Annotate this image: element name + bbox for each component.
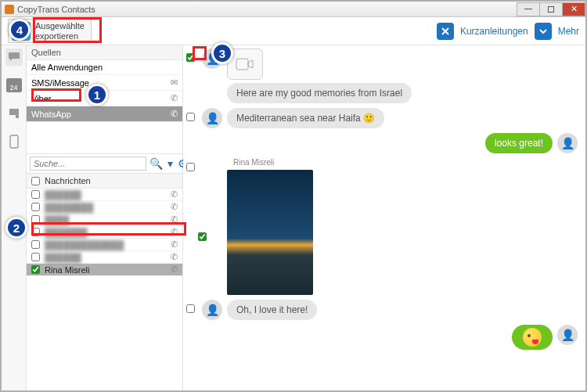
source-row-sms[interactable]: SMS/iMessage ✉ — [27, 75, 182, 91]
phone-icon: ✆ — [171, 252, 178, 262]
list-item-selected[interactable]: Rina Misreli ✆ — [27, 264, 182, 276]
avatar-self: 👤 — [557, 133, 578, 153]
window-title: CopyTrans Contacts — [17, 5, 95, 14]
more-link[interactable]: Mehr — [558, 26, 579, 37]
chat-bubble-icon: ✉ — [171, 77, 178, 88]
toolbar: Ausgewählte exportieren Kurzanleitungen … — [2, 17, 585, 45]
app-icon — [5, 5, 14, 14]
chat-bubble: Mediterranean sea near Haifa 🙂 — [227, 108, 384, 128]
msg-checkbox[interactable] — [186, 163, 195, 171]
search-row: 🔍 ▾ ⚙ — [27, 154, 182, 174]
export-label-1: Ausgewählte — [35, 21, 85, 31]
list-item[interactable]: ███████ ✆ — [27, 226, 182, 239]
nav-device-icon[interactable] — [5, 133, 23, 150]
chat-message-outgoing: looks great! 👤 — [186, 133, 578, 153]
search-icon[interactable]: 🔍 — [148, 157, 164, 170]
chat-message-incoming: 👤 Mediterranean sea near Haifa 🙂 — [186, 108, 578, 128]
side-column: Quellen Alle Anwendungen SMS/iMessage ✉ … — [27, 45, 183, 390]
list-item[interactable]: █████████████ ✆ — [27, 239, 182, 251]
chat-message-photo: Rina Misreli — [186, 158, 578, 295]
avatar: 👤 — [202, 300, 222, 320]
phone-icon: ✆ — [171, 227, 178, 237]
source-row-viber[interactable]: Viber ✆ — [27, 91, 182, 106]
conv-selected-checkbox[interactable] — [198, 232, 207, 241]
nav-calendar-icon[interactable]: 24 — [5, 77, 23, 94]
sender-name: Rina Misreli — [227, 158, 313, 167]
sources-panel: Quellen Alle Anwendungen SMS/iMessage ✉ … — [27, 45, 182, 154]
nav-messages-icon[interactable] — [5, 49, 23, 66]
window-controls: ✕ — [517, 2, 585, 16]
window-titlebar: CopyTrans Contacts ✕ — [2, 2, 585, 17]
list-item[interactable]: ████████ ✆ — [27, 201, 182, 214]
chat-bubble: Oh, I love it here! — [227, 300, 317, 320]
source-row-all[interactable]: Alle Anwendungen — [27, 60, 182, 75]
msg-checkbox[interactable] — [186, 113, 195, 121]
main-area: 24 Quellen Alle Anwendungen SMS/iMessage… — [2, 45, 585, 390]
chat-bubble-outgoing: looks great! — [485, 133, 553, 153]
avatar: 👤 — [202, 49, 222, 69]
chat-bubble-emoji — [512, 325, 553, 350]
search-input[interactable] — [30, 156, 146, 171]
chat-message-outgoing: 👤 — [186, 325, 578, 350]
export-icon — [12, 22, 31, 41]
select-all-checkbox[interactable] — [31, 177, 40, 185]
chat-bubble: Here are my good memories from Israel — [227, 83, 412, 103]
minimize-button[interactable] — [517, 2, 540, 16]
msg-checkbox[interactable] — [186, 53, 195, 62]
help-link[interactable]: Kurzanleitungen — [460, 26, 528, 37]
phone-icon: ✆ — [171, 202, 178, 212]
msg-checkbox[interactable] — [186, 304, 195, 313]
kiss-emoji-icon — [523, 328, 542, 347]
source-row-whatsapp[interactable]: WhatsApp ✆ — [27, 106, 182, 122]
chat-message-incoming: 👤 Here are my good memories from Israel — [186, 49, 578, 103]
phone-icon: ✆ — [171, 214, 178, 225]
list-item[interactable]: ████ ✆ — [27, 214, 182, 226]
more-icon[interactable] — [535, 23, 552, 40]
avatar: 👤 — [202, 108, 222, 128]
left-nav: 24 — [2, 45, 27, 390]
phone-icon: ✆ — [171, 264, 178, 275]
chat-area: 👤 Here are my good memories from Israel … — [183, 45, 585, 390]
avatar-self: 👤 — [557, 325, 578, 345]
close-button[interactable]: ✕ — [562, 2, 585, 16]
export-selected-button[interactable]: Ausgewählte exportieren — [8, 19, 92, 42]
attachment-video-icon[interactable] — [227, 49, 263, 80]
rina-checkbox[interactable] — [31, 265, 40, 274]
phone-icon: ✆ — [171, 239, 178, 250]
messages-list: ██████ ✆ ████████ ✆ ████ ✆ ███████ ✆ ███… — [27, 189, 182, 390]
photo-attachment[interactable] — [227, 170, 313, 295]
maximize-button[interactable] — [539, 2, 563, 16]
whatsapp-icon: ✆ — [171, 109, 178, 119]
svg-rect-0 — [16, 27, 23, 36]
chat-message-incoming: 👤 Oh, I love it here! — [186, 300, 578, 320]
svg-rect-1 — [10, 135, 18, 148]
phone-icon: ✆ — [171, 93, 178, 103]
sources-header: Quellen — [27, 45, 182, 60]
list-item[interactable]: ██████ ✆ — [27, 251, 182, 264]
nav-notes-icon[interactable] — [5, 105, 23, 122]
phone-icon: ✆ — [171, 189, 178, 200]
export-label-2: exportieren — [35, 31, 85, 41]
help-icon[interactable] — [437, 23, 454, 40]
messages-header: Nachrichten — [27, 174, 182, 189]
svg-rect-2 — [236, 59, 248, 70]
filter-icon[interactable]: ▾ — [166, 157, 175, 170]
list-item[interactable]: ██████ ✆ — [27, 189, 182, 201]
